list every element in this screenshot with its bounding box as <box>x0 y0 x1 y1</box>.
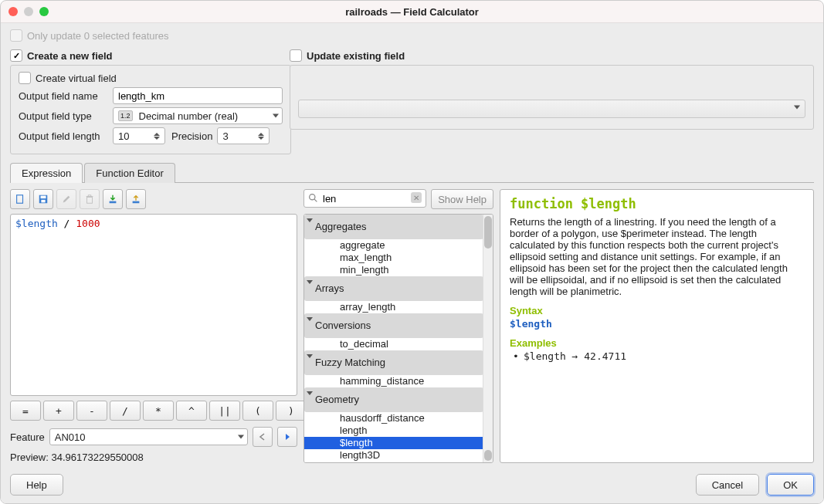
footer: Help Cancel OK <box>10 474 814 496</box>
show-help-button[interactable]: Show Help <box>431 189 493 209</box>
function-tree[interactable]: Aggregatesaggregatemax_lengthmin_lengthA… <box>303 214 493 463</box>
help-examples-heading: Examples <box>510 337 804 349</box>
cancel-button[interactable]: Cancel <box>696 474 759 496</box>
tree-item[interactable]: to_decimal <box>304 338 483 350</box>
output-length-spin[interactable]: 10 <box>113 127 165 144</box>
help-title: function $length <box>510 196 804 211</box>
update-existing-label: Update existing field <box>307 50 405 62</box>
help-body: Returns the length of a linestring. If y… <box>510 216 804 297</box>
precision-label: Precision <box>171 130 212 142</box>
create-new-checkbox[interactable] <box>10 49 22 62</box>
tree-item[interactable]: length <box>304 425 483 437</box>
output-length-value: 10 <box>118 130 129 142</box>
update-existing-checkbox[interactable] <box>290 49 302 62</box>
import-icon[interactable] <box>103 189 123 209</box>
tree-item[interactable]: array_length <box>304 301 483 313</box>
svg-rect-5 <box>110 201 117 204</box>
chevron-down-icon <box>273 114 279 118</box>
output-name-input[interactable] <box>113 87 283 104</box>
tree-group[interactable]: Conversions <box>304 313 483 338</box>
scrollbar-thumb-bottom[interactable] <box>484 450 492 461</box>
tree-item[interactable]: aggregate <box>304 239 483 252</box>
help-panel: function $length Returns the length of a… <box>500 189 814 463</box>
output-length-label: Output field length <box>19 130 113 142</box>
svg-rect-2 <box>41 196 46 199</box>
help-example: $length → 42.4711 <box>524 350 804 362</box>
operator-row: =+-/*^||()'\n' <box>10 401 297 421</box>
expression-input[interactable]: $length / 1000 <box>10 214 297 396</box>
create-new-label: Create a new field <box>27 50 113 62</box>
virtual-field-checkbox[interactable] <box>19 72 31 84</box>
tree-group[interactable]: Geometry <box>304 387 483 412</box>
search-icon <box>308 193 318 205</box>
operator-button[interactable]: * <box>143 401 174 421</box>
minimize-icon[interactable] <box>24 7 33 16</box>
code-token-var: $length <box>15 218 58 229</box>
window-title: railroads — Field Calculator <box>1 6 823 18</box>
update-existing-row[interactable]: Update existing field <box>290 49 814 62</box>
svg-rect-0 <box>17 195 23 204</box>
tree-item[interactable]: min_length <box>304 264 483 276</box>
operator-button[interactable]: || <box>209 401 240 421</box>
svg-point-7 <box>310 194 315 200</box>
content: Only update 0 selected features Create a… <box>1 23 823 503</box>
tree-item[interactable]: $perimeter <box>304 462 483 463</box>
create-new-row[interactable]: Create a new field <box>10 49 282 62</box>
type-prefix-icon: 1.2 <box>118 110 133 121</box>
scrollbar-thumb-top[interactable] <box>484 216 492 249</box>
virtual-field-label: Create virtual field <box>36 73 117 84</box>
precision-value: 3 <box>222 130 228 142</box>
feature-select[interactable]: AN010 <box>49 428 248 445</box>
maximize-icon[interactable] <box>39 7 49 16</box>
window-controls <box>8 7 49 16</box>
precision-spin[interactable]: 3 <box>217 127 270 144</box>
save-icon[interactable] <box>33 189 53 209</box>
tree-item[interactable]: hausdorff_distance <box>304 412 483 425</box>
clear-search-icon[interactable]: ✕ <box>411 192 422 203</box>
prev-feature-button[interactable] <box>253 427 273 447</box>
output-name-label: Output field name <box>19 90 113 102</box>
operator-button[interactable]: - <box>76 401 107 421</box>
edit-icon[interactable] <box>56 189 76 209</box>
update-field-select[interactable] <box>298 100 805 118</box>
only-update-label: Only update 0 selected features <box>27 30 169 42</box>
help-syntax: $length <box>510 318 804 330</box>
tree-group[interactable]: Fuzzy Matching <box>304 350 483 375</box>
search-input[interactable] <box>303 189 426 208</box>
new-file-icon[interactable] <box>10 189 30 209</box>
scrollbar[interactable] <box>483 215 493 462</box>
delete-icon[interactable] <box>80 189 100 209</box>
help-syntax-heading: Syntax <box>510 305 804 316</box>
tab-function-editor[interactable]: Function Editor <box>84 163 175 183</box>
virtual-field-row[interactable]: Create virtual field <box>19 72 283 84</box>
close-icon[interactable] <box>8 7 18 16</box>
tab-expression[interactable]: Expression <box>10 163 83 183</box>
tree-item[interactable]: hamming_distance <box>304 375 483 387</box>
only-update-checkbox <box>10 29 22 42</box>
tree-group[interactable]: Aggregates <box>304 215 483 239</box>
output-type-value: Decimal number (real) <box>139 110 239 122</box>
svg-rect-6 <box>133 201 140 204</box>
operator-button[interactable]: ^ <box>176 401 207 421</box>
tabs: Expression Function Editor <box>10 162 814 183</box>
next-feature-button[interactable] <box>277 427 297 447</box>
tree-group[interactable]: Arrays <box>304 276 483 301</box>
tree-item[interactable]: max_length <box>304 252 483 264</box>
operator-button[interactable]: ( <box>242 401 273 421</box>
window: railroads — Field Calculator Only update… <box>0 0 824 504</box>
preview-label: Preview: <box>10 452 49 463</box>
tree-item[interactable]: length3D <box>304 449 483 462</box>
operator-button[interactable]: + <box>43 401 74 421</box>
tree-item[interactable]: $length <box>304 437 483 449</box>
output-type-select[interactable]: 1.2 Decimal number (real) <box>113 107 283 124</box>
operator-button[interactable]: / <box>110 401 141 421</box>
operator-button[interactable]: = <box>10 401 41 421</box>
export-icon[interactable] <box>126 189 146 209</box>
ok-button[interactable]: OK <box>767 474 814 496</box>
chevron-down-icon <box>238 435 244 439</box>
titlebar: railroads — Field Calculator <box>1 1 823 23</box>
operator-button[interactable]: ) <box>276 401 307 421</box>
only-update-row: Only update 0 selected features <box>10 29 814 42</box>
chevron-down-icon <box>794 105 800 109</box>
help-button[interactable]: Help <box>10 474 63 496</box>
